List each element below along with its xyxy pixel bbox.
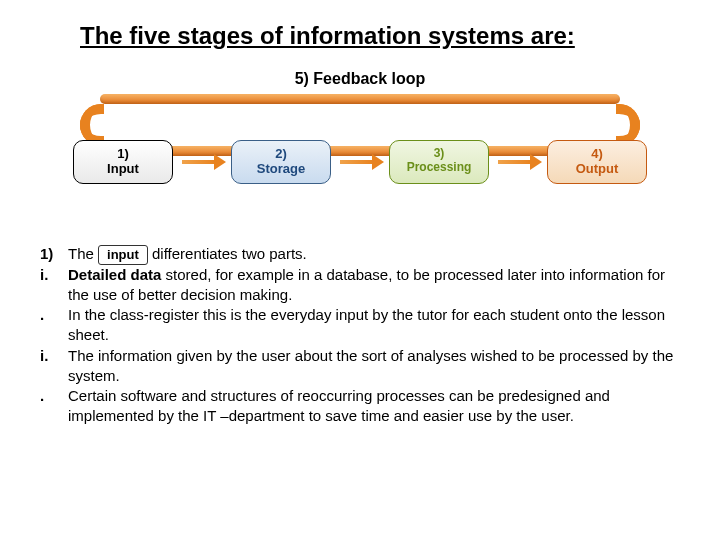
text: differentiates two parts. [152,245,307,262]
bold-text: Detailed data [68,266,161,283]
stage-label: Input [78,162,168,177]
stage-label: Processing [394,161,484,175]
text: The [68,245,94,262]
stage-input: 1) Input [73,140,173,184]
bullet-dot: . [40,305,68,346]
bullet-roman: i. [40,265,68,306]
stage-output: 4) Output [547,140,647,184]
body-text: 1) The input differentiates two parts. i… [0,230,720,427]
feedback-loop-diagram: 5) Feedback loop 1) Input 2) Storage 3) … [0,70,720,230]
arrow-right-icon [498,160,532,164]
list-line: The input differentiates two parts. [68,244,680,265]
arrow-right-icon [340,160,374,164]
stage-num: 1) [78,147,168,162]
list-line: Detailed data stored, for example in a d… [68,265,680,306]
stage-row: 1) Input 2) Storage 3) Processing 4) Out… [0,140,720,184]
list-number: 1) [40,244,68,265]
bullet-roman: i. [40,346,68,387]
stage-num: 2) [236,147,326,162]
stage-label: Storage [236,162,326,177]
stage-storage: 2) Storage [231,140,331,184]
bullet-dot: . [40,386,68,427]
list-line: Certain software and structures of reocc… [68,386,680,427]
stage-processing: 3) Processing [389,140,489,184]
feedback-label: 5) Feedback loop [0,70,720,88]
arrow-right-icon [182,160,216,164]
list-line: The information given by the user about … [68,346,680,387]
stage-num: 4) [552,147,642,162]
page-title: The five stages of information systems a… [0,0,720,50]
input-pill: input [98,245,148,265]
stage-label: Output [552,162,642,177]
list-line: In the class-register this is the everyd… [68,305,680,346]
stage-num: 3) [394,147,484,161]
